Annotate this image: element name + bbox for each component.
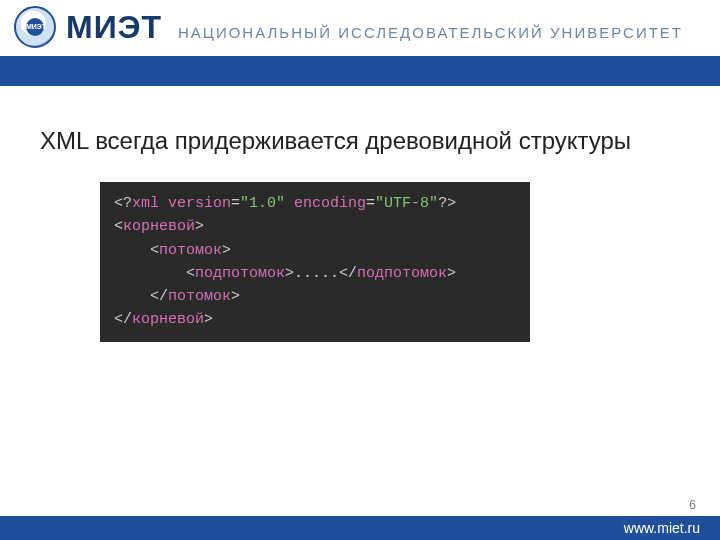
code-indent bbox=[114, 242, 150, 259]
header-accent-bar bbox=[0, 56, 720, 86]
xml-code-block: <?xml version="1.0" encoding="UTF-8"?> <… bbox=[100, 182, 530, 342]
code-token: encoding bbox=[285, 195, 366, 212]
code-token: потомок bbox=[168, 288, 231, 305]
code-token: > bbox=[447, 265, 456, 282]
university-logo-icon: МИЭТ bbox=[14, 6, 56, 48]
code-token: </ bbox=[114, 311, 132, 328]
slide-content: XML всегда придерживается древовидной ст… bbox=[0, 86, 720, 342]
code-line-2: <корневой> bbox=[114, 215, 516, 238]
code-token: корневой bbox=[132, 311, 204, 328]
slide-header: МИЭТ МИЭТ НАЦИОНАЛЬНЫЙ ИССЛЕДОВАТЕЛЬСКИЙ… bbox=[0, 0, 720, 56]
brand-block: МИЭТ НАЦИОНАЛЬНЫЙ ИССЛЕДОВАТЕЛЬСКИЙ УНИВ… bbox=[66, 9, 683, 46]
code-token: > bbox=[231, 288, 240, 305]
code-indent bbox=[114, 265, 186, 282]
brand-acronym: МИЭТ bbox=[66, 9, 162, 46]
code-line-3: <потомок> bbox=[114, 239, 516, 262]
code-token: потомок bbox=[159, 242, 222, 259]
brand-subtitle: НАЦИОНАЛЬНЫЙ ИССЛЕДОВАТЕЛЬСКИЙ УНИВЕРСИТ… bbox=[178, 24, 683, 41]
code-indent bbox=[114, 288, 150, 305]
code-token: > bbox=[285, 265, 294, 282]
code-line-5: </потомок> bbox=[114, 285, 516, 308]
code-token: ?> bbox=[438, 195, 456, 212]
page-number: 6 bbox=[689, 498, 696, 512]
code-token: корневой bbox=[123, 218, 195, 235]
code-token: < bbox=[114, 218, 123, 235]
code-token: = bbox=[366, 195, 375, 212]
footer-bar: www.miet.ru bbox=[0, 516, 720, 540]
code-token: < bbox=[150, 242, 159, 259]
footer-url: www.miet.ru bbox=[624, 520, 700, 536]
code-token: "UTF-8" bbox=[375, 195, 438, 212]
code-token: подпотомок bbox=[195, 265, 285, 282]
code-token: xml version bbox=[132, 195, 231, 212]
slide-title: XML всегда придерживается древовидной ст… bbox=[40, 126, 680, 156]
code-token: подпотомок bbox=[357, 265, 447, 282]
code-token: </ bbox=[339, 265, 357, 282]
code-token: > bbox=[195, 218, 204, 235]
code-token: > bbox=[222, 242, 231, 259]
code-line-6: </корневой> bbox=[114, 308, 516, 331]
code-token: ..... bbox=[294, 265, 339, 282]
code-token: "1.0" bbox=[240, 195, 285, 212]
code-token: > bbox=[204, 311, 213, 328]
code-token: </ bbox=[150, 288, 168, 305]
code-line-1: <?xml version="1.0" encoding="UTF-8"?> bbox=[114, 192, 516, 215]
code-token: < bbox=[186, 265, 195, 282]
code-line-4: <подпотомок>.....</подпотомок> bbox=[114, 262, 516, 285]
code-token: = bbox=[231, 195, 240, 212]
university-logo-inner: МИЭТ bbox=[26, 18, 44, 36]
code-token: <? bbox=[114, 195, 132, 212]
